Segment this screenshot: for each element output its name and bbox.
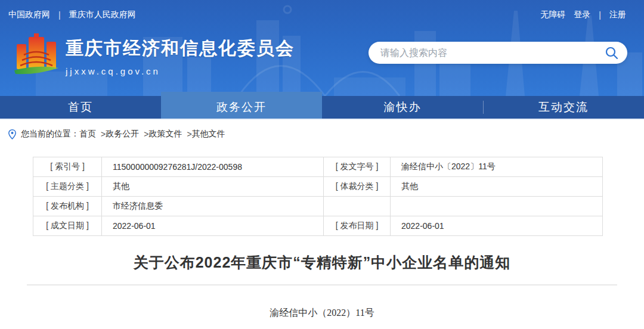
site-logo-icon[interactable] — [12, 31, 61, 81]
search-icon — [605, 46, 619, 60]
crumb-other-files[interactable]: 其他文件 — [192, 129, 225, 139]
crumb-gov-info[interactable]: 政务公开 — [106, 129, 139, 139]
table-row: [ 索引号 ] 11500000009276281J/2022-00598 [ … — [33, 157, 603, 177]
link-register[interactable]: 注册 — [609, 10, 626, 20]
meta-label: [ 体裁分类 ] — [324, 177, 391, 197]
meta-value: 渝经信中小〔2022〕11号 — [391, 157, 603, 177]
meta-label: [ 主题分类 ] — [33, 177, 102, 197]
meta-value: 2022-06-01 — [102, 216, 324, 236]
search-input[interactable] — [369, 48, 602, 58]
meta-value: 11500000009276281J/2022-00598 — [102, 157, 324, 177]
meta-value: 其他 — [102, 177, 324, 197]
document-meta-table: [ 索引号 ] 11500000009276281J/2022-00598 [ … — [33, 157, 603, 236]
table-row: [ 发布机构 ] 市经济信息委 — [33, 197, 603, 216]
crumb-policy-files[interactable]: 政策文件 — [148, 129, 182, 139]
meta-label: [ 发布机构 ] — [33, 197, 102, 216]
tab-yukuaiban[interactable]: 渝快办 — [322, 96, 483, 119]
breadcrumb-separator: > — [101, 129, 106, 139]
meta-value: 2022-06-01 — [391, 216, 603, 236]
location-pin-icon — [8, 129, 16, 139]
meta-label: [ 成文日期 ] — [33, 216, 102, 236]
meta-value: 其他 — [391, 177, 603, 197]
meta-value: 市经济信息委 — [102, 197, 324, 216]
table-row: [ 主题分类 ] 其他 [ 体裁分类 ] 其他 — [33, 177, 603, 197]
link-login[interactable]: 登录 — [574, 10, 590, 20]
meta-label — [324, 197, 391, 216]
site-name: 重庆市经济和信息化委员会 — [66, 36, 295, 61]
meta-label: [ 发布日期 ] — [324, 216, 391, 236]
topbar-divider: | — [58, 10, 61, 20]
site-url: jjxxw.cq.gov.cn — [66, 66, 295, 76]
top-utility-bar: 中国政府网 | 重庆市人民政府网 无障碍 登录 | 注册 — [0, 10, 644, 20]
link-accessibility[interactable]: 无障碍 — [540, 10, 565, 20]
search-bar — [369, 42, 627, 64]
meta-value — [391, 197, 603, 216]
breadcrumb-label: 您当前的位置： — [21, 129, 79, 139]
tab-gov-info[interactable]: 政务公开 — [161, 92, 322, 119]
table-row: [ 成文日期 ] 2022-06-01 [ 发布日期 ] 2022-06-01 — [33, 216, 603, 236]
tab-interaction[interactable]: 互动交流 — [483, 96, 644, 119]
meta-label: [ 索引号 ] — [33, 157, 102, 177]
tab-home[interactable]: 首页 — [0, 96, 161, 119]
main-nav: 首页 政务公开 渝快办 互动交流 — [0, 96, 644, 120]
document-number: 渝经信中小（2022）11号 — [0, 307, 644, 319]
search-button[interactable] — [602, 46, 627, 60]
link-chongqing-gov[interactable]: 重庆市人民政府网 — [69, 10, 136, 20]
breadcrumb: 您当前的位置： 首页 > 政务公开 > 政策文件 > 其他文件 — [0, 120, 644, 147]
meta-label: [ 发文字号 ] — [324, 157, 391, 177]
topbar-divider-right: | — [599, 10, 601, 20]
article-title: 关于公布2022年重庆市“专精特新”中小企业名单的通知 — [0, 253, 644, 272]
crumb-home[interactable]: 首页 — [79, 129, 96, 139]
link-china-gov[interactable]: 中国政府网 — [8, 10, 50, 20]
breadcrumb-separator: > — [187, 129, 191, 139]
site-banner: 中国政府网 | 重庆市人民政府网 无障碍 登录 | 注册 — [0, 0, 644, 96]
title-divider — [27, 284, 617, 285]
